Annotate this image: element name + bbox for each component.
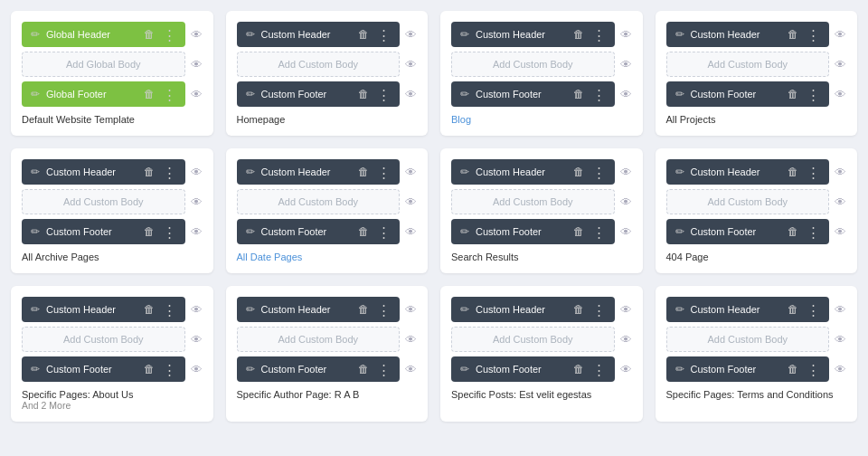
footer-more-button[interactable]: ⋮ <box>805 363 822 376</box>
footer-eye-button[interactable]: 👁 <box>405 363 417 376</box>
footer-more-button[interactable]: ⋮ <box>161 88 178 101</box>
body-eye-button[interactable]: 👁 <box>191 195 203 209</box>
footer-delete-button[interactable]: 🗑 <box>356 88 371 100</box>
add-body-button[interactable]: Add Custom Body <box>451 189 615 214</box>
add-body-button[interactable]: Add Custom Body <box>451 52 615 77</box>
header-edit-button[interactable]: ✏ <box>674 28 686 41</box>
body-eye-button[interactable]: 👁 <box>191 58 203 71</box>
body-eye-button[interactable]: 👁 <box>405 333 417 347</box>
header-eye-button[interactable]: 👁 <box>835 28 846 42</box>
header-more-button[interactable]: ⋮ <box>161 303 178 317</box>
header-delete-button[interactable]: 🗑 <box>571 166 586 178</box>
header-more-button[interactable]: ⋮ <box>375 303 392 317</box>
header-delete-button[interactable]: 🗑 <box>142 303 156 316</box>
add-body-button[interactable]: Add Custom Body <box>237 327 401 352</box>
header-delete-button[interactable]: 🗑 <box>786 303 800 316</box>
header-more-button[interactable]: ⋮ <box>161 28 178 42</box>
footer-more-button[interactable]: ⋮ <box>161 363 178 376</box>
header-eye-button[interactable]: 👁 <box>405 28 417 42</box>
header-delete-button[interactable]: 🗑 <box>356 303 371 316</box>
footer-delete-button[interactable]: 🗑 <box>356 363 371 375</box>
header-eye-button[interactable]: 👁 <box>620 166 632 179</box>
header-delete-button[interactable]: 🗑 <box>786 166 800 178</box>
footer-more-button[interactable]: ⋮ <box>805 88 822 101</box>
add-body-button[interactable]: Add Custom Body <box>237 52 401 77</box>
body-eye-button[interactable]: 👁 <box>835 195 846 209</box>
header-edit-button[interactable]: ✏ <box>458 28 471 41</box>
header-edit-button[interactable]: ✏ <box>29 166 42 178</box>
footer-edit-button[interactable]: ✏ <box>244 363 257 375</box>
footer-delete-button[interactable]: 🗑 <box>786 225 800 238</box>
footer-eye-button[interactable]: 👁 <box>835 363 846 376</box>
header-delete-button[interactable]: 🗑 <box>356 28 371 41</box>
header-more-button[interactable]: ⋮ <box>805 303 822 317</box>
header-delete-button[interactable]: 🗑 <box>571 28 586 41</box>
body-eye-button[interactable]: 👁 <box>620 333 632 347</box>
body-eye-button[interactable]: 👁 <box>835 58 846 71</box>
header-eye-button[interactable]: 👁 <box>191 166 203 179</box>
body-eye-button[interactable]: 👁 <box>405 58 417 71</box>
header-edit-button[interactable]: ✏ <box>29 303 42 316</box>
footer-delete-button[interactable]: 🗑 <box>571 363 586 375</box>
card-name-link[interactable]: Blog <box>451 114 471 125</box>
header-eye-button[interactable]: 👁 <box>405 303 417 317</box>
footer-more-button[interactable]: ⋮ <box>375 225 392 239</box>
footer-edit-button[interactable]: ✏ <box>244 88 257 100</box>
footer-eye-button[interactable]: 👁 <box>191 363 203 376</box>
header-edit-button[interactable]: ✏ <box>244 303 257 316</box>
body-eye-button[interactable]: 👁 <box>405 195 417 209</box>
header-edit-button[interactable]: ✏ <box>674 166 686 178</box>
footer-delete-button[interactable]: 🗑 <box>786 88 800 100</box>
footer-edit-button[interactable]: ✏ <box>674 88 686 100</box>
header-eye-button[interactable]: 👁 <box>191 303 203 317</box>
footer-eye-button[interactable]: 👁 <box>405 225 417 239</box>
footer-delete-button[interactable]: 🗑 <box>142 363 156 375</box>
footer-delete-button[interactable]: 🗑 <box>571 88 586 100</box>
footer-eye-button[interactable]: 👁 <box>191 225 203 239</box>
footer-more-button[interactable]: ⋮ <box>375 88 392 101</box>
add-body-button[interactable]: Add Custom Body <box>22 327 185 352</box>
footer-delete-button[interactable]: 🗑 <box>786 363 800 375</box>
body-eye-button[interactable]: 👁 <box>191 333 203 347</box>
header-more-button[interactable]: ⋮ <box>375 166 392 179</box>
footer-edit-button[interactable]: ✏ <box>244 225 257 238</box>
header-more-button[interactable]: ⋮ <box>375 28 392 42</box>
footer-more-button[interactable]: ⋮ <box>375 363 392 376</box>
footer-edit-button[interactable]: ✏ <box>674 363 686 375</box>
footer-delete-button[interactable]: 🗑 <box>356 225 371 238</box>
header-more-button[interactable]: ⋮ <box>805 166 822 179</box>
header-delete-button[interactable]: 🗑 <box>142 28 156 41</box>
header-edit-button[interactable]: ✏ <box>458 166 471 178</box>
footer-eye-button[interactable]: 👁 <box>191 88 203 101</box>
add-body-button[interactable]: Add Custom Body <box>22 189 185 214</box>
footer-edit-button[interactable]: ✏ <box>458 225 471 238</box>
footer-delete-button[interactable]: 🗑 <box>142 225 156 238</box>
body-eye-button[interactable]: 👁 <box>835 333 846 347</box>
header-eye-button[interactable]: 👁 <box>405 166 417 179</box>
footer-more-button[interactable]: ⋮ <box>161 225 178 239</box>
add-body-button[interactable]: Add Custom Body <box>666 327 830 352</box>
header-delete-button[interactable]: 🗑 <box>142 166 156 178</box>
header-delete-button[interactable]: 🗑 <box>571 303 586 316</box>
footer-more-button[interactable]: ⋮ <box>805 225 822 239</box>
add-body-button[interactable]: Add Custom Body <box>666 52 830 77</box>
footer-edit-button[interactable]: ✏ <box>458 88 471 100</box>
body-eye-button[interactable]: 👁 <box>620 58 632 71</box>
footer-eye-button[interactable]: 👁 <box>835 225 846 239</box>
add-body-button[interactable]: Add Custom Body <box>237 189 401 214</box>
header-edit-button[interactable]: ✏ <box>244 166 257 178</box>
footer-eye-button[interactable]: 👁 <box>620 363 632 376</box>
footer-edit-button[interactable]: ✏ <box>29 363 42 375</box>
footer-edit-button[interactable]: ✏ <box>29 225 42 238</box>
header-eye-button[interactable]: 👁 <box>620 303 632 317</box>
header-more-button[interactable]: ⋮ <box>590 303 608 317</box>
header-more-button[interactable]: ⋮ <box>805 28 822 42</box>
header-eye-button[interactable]: 👁 <box>191 28 203 42</box>
footer-eye-button[interactable]: 👁 <box>405 88 417 101</box>
footer-more-button[interactable]: ⋮ <box>590 363 608 376</box>
header-more-button[interactable]: ⋮ <box>590 166 608 179</box>
add-body-button[interactable]: Add Custom Body <box>451 327 615 352</box>
footer-edit-button[interactable]: ✏ <box>674 225 686 238</box>
footer-more-button[interactable]: ⋮ <box>590 225 608 239</box>
header-edit-button[interactable]: ✏ <box>674 303 686 316</box>
